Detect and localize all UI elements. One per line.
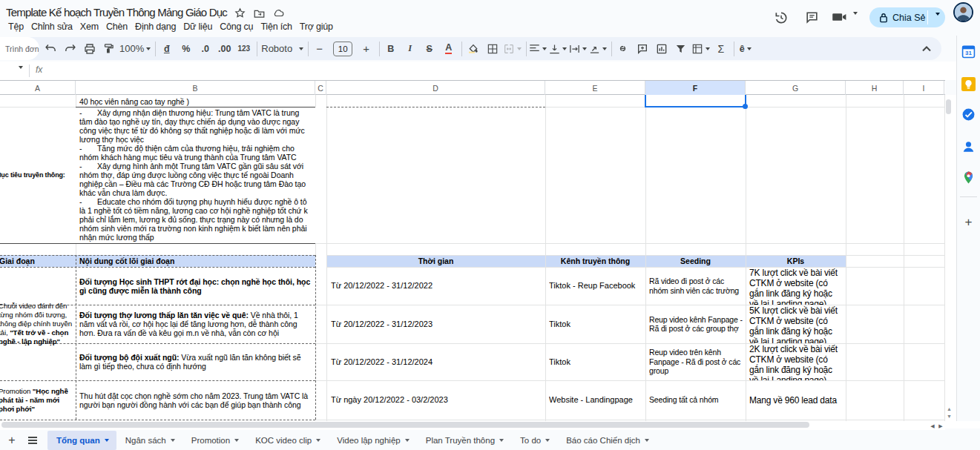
sheet-tab-caret-icon[interactable]: [171, 439, 175, 442]
hscroll-left-icon[interactable]: ◀: [929, 423, 936, 429]
sheet-tab-koc-video-clip[interactable]: KOC video clip: [246, 431, 328, 450]
sheet-tab-caret-icon[interactable]: [545, 439, 550, 442]
insert-comment-icon[interactable]: [634, 40, 651, 58]
cell-g-row3[interactable]: 2K lượt click về bài viết CTKM ở website…: [749, 344, 843, 380]
text-color-button[interactable]: A: [440, 40, 457, 58]
cell-g-row1[interactable]: 7K lượt click về bài viết CTKM ở website…: [749, 268, 843, 305]
vscroll-up-icon[interactable]: ▲: [947, 406, 952, 411]
share-caret-icon[interactable]: [933, 16, 940, 29]
merge-cells-icon[interactable]: [503, 40, 522, 58]
sheet-tab-tổng-quan[interactable]: Tổng quan: [47, 431, 116, 450]
cell-header-kpis[interactable]: KPIs: [746, 255, 846, 267]
decrease-decimal-button[interactable]: .0: [197, 40, 214, 58]
italic-button[interactable]: I: [401, 40, 418, 58]
maps-icon[interactable]: [961, 171, 976, 185]
sheet-tab-caret-icon[interactable]: [105, 439, 109, 442]
font-family-select[interactable]: Roboto: [261, 40, 303, 58]
document-title[interactable]: Template Kế hoạch Truyền Thông Mảng Giáo…: [6, 6, 227, 19]
add-sheet-icon[interactable]: +: [4, 433, 19, 448]
text-rotation-icon[interactable]: [589, 40, 607, 58]
sheet-tab-promotion[interactable]: Promotion: [182, 431, 246, 450]
column-header-D[interactable]: D: [326, 81, 545, 95]
cell-header-kenh[interactable]: Kênh truyền thông: [545, 255, 645, 267]
avatar[interactable]: [953, 2, 973, 22]
table-views-icon[interactable]: [691, 40, 710, 58]
menu-tiện-ích[interactable]: Tiện ích: [257, 19, 295, 34]
version-history-icon[interactable]: [774, 10, 789, 25]
insert-chart-icon[interactable]: [653, 40, 670, 58]
cell-b-goal[interactable]: -Xây dựng nhận diện thương hiệu: Trung t…: [79, 107, 314, 243]
redo-icon[interactable]: [62, 40, 79, 58]
cell-b-row3[interactable]: Đối tượng bộ đội xuất ngũ: Vừa xuất ngũ …: [79, 343, 314, 380]
column-header-H[interactable]: H: [846, 81, 904, 95]
fill-color-icon[interactable]: [464, 40, 481, 58]
hscroll-right-icon[interactable]: ▶: [937, 423, 944, 429]
cell-g-promo[interactable]: Mang về 960 lead data: [749, 380, 843, 420]
cell-a-goal[interactable]: Mục tiêu truyền thông:: [0, 107, 76, 243]
cell-f-row2[interactable]: Reup video kênh Fanpage - Rã đi post ở c…: [649, 305, 743, 343]
sheet-tab-caret-icon[interactable]: [234, 439, 239, 442]
sheet-tab-caret-icon[interactable]: [405, 439, 410, 442]
calendar-icon[interactable]: 31: [961, 44, 976, 59]
collapse-toolbar-icon[interactable]: [922, 37, 931, 60]
sheet-tab-plan-truyền-thông[interactable]: Plan Truyền thông: [417, 431, 511, 450]
cell-f-promo[interactable]: Seeding tất cả nhóm: [649, 380, 743, 420]
cell-header-noi-dung[interactable]: Nội dung cốt lõi giai đoạn: [79, 255, 315, 267]
cell-b-promo[interactable]: Thu hút đặt cọc chọn nghề sớm cho năm 20…: [79, 380, 314, 420]
column-header-E[interactable]: E: [545, 81, 645, 95]
move-folder-icon[interactable]: [254, 7, 265, 19]
sheet-tab-caret-icon[interactable]: [316, 439, 320, 442]
zoom-select[interactable]: 100%: [119, 40, 151, 58]
menu-chỉnh-sửa[interactable]: Chỉnh sửa: [27, 19, 76, 34]
menu-trợ-giúp[interactable]: Trợ giúp: [296, 19, 337, 34]
cell-f-row1[interactable]: Rã video đi post ở các nhóm sinh viên cá…: [649, 267, 743, 305]
star-icon[interactable]: [234, 7, 246, 19]
cell-d-row2[interactable]: Từ 20/12/2022 - 31/12/2023: [331, 305, 545, 343]
column-header-B[interactable]: B: [76, 81, 315, 95]
cell-d-row3[interactable]: Từ 20/12/2022 - 31/12/2024: [331, 343, 545, 380]
cloud-saved-icon[interactable]: [273, 7, 284, 19]
column-header-G[interactable]: G: [746, 81, 846, 95]
cell-g-row2[interactable]: 5K lượt click về bài viết CTKM ở website…: [749, 305, 843, 343]
text-wrapping-icon[interactable]: [569, 40, 587, 58]
comment-history-icon[interactable]: [805, 10, 820, 25]
menu-chèn[interactable]: Chèn: [102, 19, 131, 34]
cell-header-thoi-gian[interactable]: Thời gian: [326, 255, 545, 267]
vscroll-thumb[interactable]: [946, 99, 951, 114]
tasks-icon[interactable]: [961, 107, 976, 122]
cell-header-seeding[interactable]: Seeding: [645, 255, 746, 267]
bold-button[interactable]: B: [382, 40, 399, 58]
horizontal-align-icon[interactable]: [529, 40, 547, 58]
cell-e-row2[interactable]: Tiktok: [549, 305, 645, 343]
paint-format-icon[interactable]: [100, 40, 117, 58]
cell-header-giai-doan[interactable]: Giai đoạn: [0, 255, 76, 267]
menu-xem[interactable]: Xem: [76, 19, 102, 34]
print-icon[interactable]: [81, 40, 98, 58]
sheet-tab-ngân-sách[interactable]: Ngân sách: [116, 431, 182, 450]
menu-định-dạng[interactable]: Định dạng: [131, 19, 180, 34]
column-header-C[interactable]: C: [315, 81, 326, 95]
sheet-tab-video-lập-nghiệp[interactable]: Video lập nghiệp: [328, 431, 416, 450]
cell-b-row1[interactable]: Đối tượng Học sinh THPT rớt đại học: chọ…: [79, 267, 314, 305]
borders-icon[interactable]: [484, 40, 501, 58]
share-button[interactable]: Chia Sẻ: [869, 7, 945, 27]
cell-a-video-group[interactable]: Chuỗi video đánh đến từng nhóm đối tượng…: [0, 267, 76, 380]
spreadsheet-grid[interactable]: 40 học viên nâng cao tay nghề )Mục tiêu …: [0, 95, 980, 429]
sheet-tab-báo-cáo-chiến-dịch[interactable]: Báo cáo Chiến dịch: [557, 431, 657, 450]
create-filter-icon[interactable]: [672, 40, 689, 58]
vertical-align-icon[interactable]: [549, 40, 567, 58]
menu-dữ-liệu[interactable]: Dữ liệu: [180, 19, 216, 34]
strikethrough-button[interactable]: S: [421, 40, 438, 58]
hscroll-thumb[interactable]: [1, 422, 809, 428]
selection-fill-handle[interactable]: [743, 104, 748, 109]
font-size-value[interactable]: 10: [333, 42, 352, 56]
cell-d-row1[interactable]: Từ 20/12/2022 - 31/12/2022: [331, 267, 545, 305]
column-header-F[interactable]: F: [645, 81, 746, 95]
format-percent-button[interactable]: %: [177, 40, 194, 58]
increase-decimal-button[interactable]: .00: [216, 40, 233, 58]
add-addon-icon[interactable]: +: [961, 215, 976, 229]
contacts-icon[interactable]: [961, 139, 976, 153]
menu-tệp[interactable]: Tệp: [4, 19, 27, 34]
menu-công-cụ[interactable]: Công cụ: [216, 19, 257, 34]
cell-b-row2[interactable]: Đối tượng thợ lương thấp lăn tăn việc về…: [79, 305, 314, 343]
